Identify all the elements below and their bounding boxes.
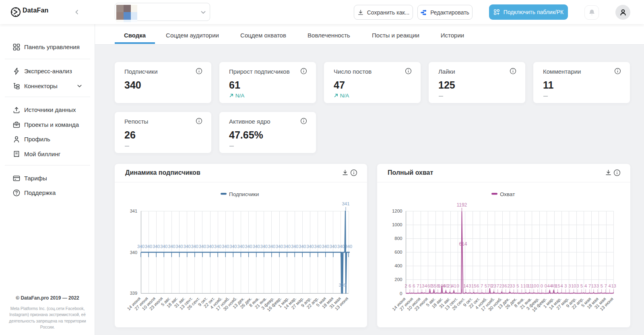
svg-text:340: 340 bbox=[306, 244, 314, 249]
svg-text:340: 340 bbox=[260, 244, 268, 249]
svg-text:340: 340 bbox=[322, 244, 329, 249]
svg-text:340: 340 bbox=[276, 244, 283, 249]
svg-text:339: 339 bbox=[339, 283, 346, 287]
svg-text:340: 340 bbox=[229, 244, 237, 249]
svg-text:10: 10 bbox=[531, 283, 536, 288]
svg-text:0: 0 bbox=[537, 283, 539, 288]
svg-text:340: 340 bbox=[184, 244, 191, 249]
svg-text:23: 23 bbox=[507, 283, 512, 288]
svg-text:5: 5 bbox=[485, 283, 487, 288]
svg-text:3: 3 bbox=[568, 283, 571, 288]
svg-text:340: 340 bbox=[130, 250, 137, 255]
svg-text:341: 341 bbox=[342, 201, 349, 206]
svg-text:340: 340 bbox=[176, 244, 183, 249]
svg-text:4: 4 bbox=[584, 283, 587, 288]
svg-text:340: 340 bbox=[330, 244, 337, 249]
svg-text:340: 340 bbox=[337, 244, 345, 249]
svg-text:5: 5 bbox=[601, 283, 603, 288]
svg-text:2: 2 bbox=[405, 283, 407, 288]
svg-text:7: 7 bbox=[481, 283, 483, 288]
svg-text:4: 4 bbox=[425, 283, 427, 288]
svg-text:10: 10 bbox=[571, 283, 576, 288]
svg-text:3: 3 bbox=[469, 283, 471, 288]
svg-text:340: 340 bbox=[222, 244, 229, 249]
svg-text:41: 41 bbox=[451, 283, 456, 288]
svg-text:340: 340 bbox=[245, 244, 252, 249]
svg-text:3: 3 bbox=[576, 283, 579, 288]
svg-text:340: 340 bbox=[206, 244, 214, 249]
svg-text:7: 7 bbox=[417, 283, 419, 288]
svg-text:14: 14 bbox=[463, 283, 468, 288]
svg-text:340: 340 bbox=[168, 244, 175, 249]
svg-text:1192: 1192 bbox=[456, 202, 467, 208]
svg-text:800: 800 bbox=[394, 236, 402, 241]
svg-text:5: 5 bbox=[580, 283, 583, 288]
svg-text:4: 4 bbox=[609, 283, 611, 288]
svg-text:340: 340 bbox=[137, 244, 144, 249]
svg-text:13: 13 bbox=[419, 283, 424, 288]
svg-text:7: 7 bbox=[605, 283, 607, 288]
svg-text:340: 340 bbox=[268, 244, 275, 249]
svg-text:200: 200 bbox=[394, 277, 402, 282]
svg-text:15: 15 bbox=[471, 283, 476, 288]
svg-text:339: 339 bbox=[130, 291, 137, 296]
svg-text:340: 340 bbox=[214, 244, 221, 249]
svg-text:7: 7 bbox=[497, 283, 499, 288]
svg-text:340: 340 bbox=[153, 244, 160, 249]
svg-text:3: 3 bbox=[512, 283, 515, 288]
svg-text:6: 6 bbox=[505, 283, 507, 288]
svg-text:340: 340 bbox=[145, 244, 152, 249]
svg-text:0: 0 bbox=[545, 283, 547, 288]
svg-text:340: 340 bbox=[299, 244, 306, 249]
svg-text:4: 4 bbox=[560, 283, 563, 288]
svg-text:3: 3 bbox=[597, 283, 599, 288]
svg-text:340: 340 bbox=[314, 244, 322, 249]
svg-text:5: 5 bbox=[516, 283, 519, 288]
svg-text:6: 6 bbox=[477, 283, 479, 288]
svg-text:Подписчики: Подписчики bbox=[229, 191, 259, 197]
svg-text:0: 0 bbox=[541, 283, 543, 288]
svg-text:13: 13 bbox=[611, 283, 616, 288]
svg-text:340: 340 bbox=[237, 244, 244, 249]
svg-text:Охват: Охват bbox=[500, 191, 515, 197]
svg-text:1: 1 bbox=[520, 283, 523, 288]
svg-text:340: 340 bbox=[283, 244, 291, 249]
svg-text:6: 6 bbox=[409, 283, 411, 288]
svg-text:400: 400 bbox=[394, 263, 402, 268]
svg-text:0: 0 bbox=[456, 283, 459, 288]
svg-text:600: 600 bbox=[394, 250, 402, 254]
svg-text:6: 6 bbox=[413, 283, 415, 288]
svg-text:13: 13 bbox=[591, 283, 596, 288]
svg-text:1000: 1000 bbox=[392, 222, 402, 227]
svg-text:1200: 1200 bbox=[392, 209, 402, 213]
svg-text:340: 340 bbox=[199, 244, 206, 249]
svg-text:23: 23 bbox=[491, 283, 496, 288]
svg-text:340: 340 bbox=[191, 244, 198, 249]
svg-text:7: 7 bbox=[588, 283, 591, 288]
svg-text:0: 0 bbox=[400, 291, 402, 296]
svg-text:55: 55 bbox=[431, 283, 436, 288]
svg-text:340: 340 bbox=[160, 244, 167, 249]
svg-text:23: 23 bbox=[500, 283, 504, 288]
svg-text:340: 340 bbox=[253, 244, 260, 249]
svg-text:3: 3 bbox=[564, 283, 567, 288]
svg-text:614: 614 bbox=[459, 241, 467, 247]
svg-text:341: 341 bbox=[130, 209, 137, 213]
svg-text:340: 340 bbox=[291, 244, 298, 249]
svg-text:15: 15 bbox=[555, 283, 560, 288]
